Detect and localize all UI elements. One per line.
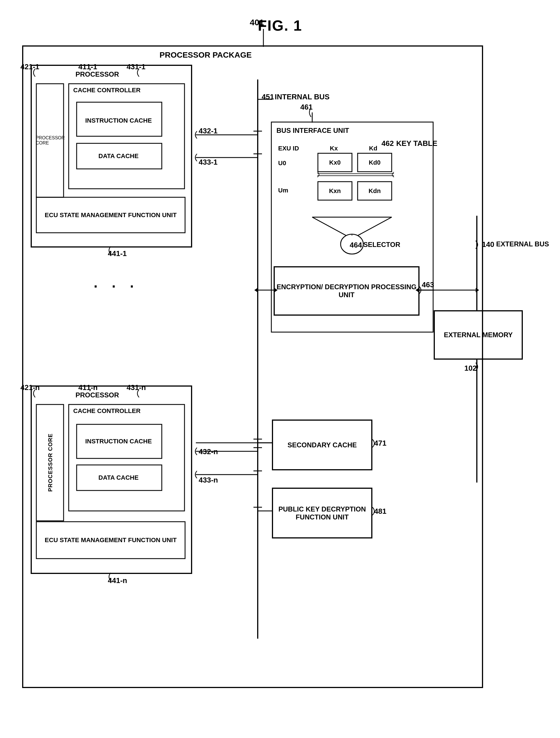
ref-140: 140 xyxy=(482,240,494,249)
key-kxn-cell: Kxn xyxy=(318,181,352,200)
ref-471: 471 xyxy=(374,439,386,448)
bus-interface-unit-label: BUS INTERFACE UNIT xyxy=(276,126,349,134)
key-kdn-cell: Kdn xyxy=(358,181,392,200)
ref-411-1: 411-1 xyxy=(78,62,97,71)
ref-421-1: 421-1 xyxy=(20,62,39,71)
ecu-state-n-label: ECU STATE MANAGEMENT FUNCTION UNIT xyxy=(37,522,184,559)
key-exuid-header: EXU ID xyxy=(278,145,299,152)
ref-401: 401 xyxy=(250,18,264,27)
ecu-state-1-label: ECU STATE MANAGEMENT FUNCTION UNIT xyxy=(37,197,184,233)
ref-433-n: 433-n xyxy=(199,476,218,484)
cache-controller-n-label: CACHE CONTROLLER xyxy=(73,407,140,415)
key-kx0-cell: Kx0 xyxy=(318,153,352,172)
svg-marker-27 xyxy=(476,288,479,292)
label-internal-bus: INTERNAL BUS xyxy=(275,92,330,101)
key-kd-header: Kd xyxy=(369,145,377,152)
page-title: FIG. 1 xyxy=(0,0,560,45)
secondary-cache-label: SECONDARY CACHE xyxy=(272,420,372,470)
ref-451: 451 xyxy=(262,92,274,101)
svg-marker-19 xyxy=(312,217,392,236)
key-kx-header: Kx xyxy=(330,145,338,152)
dots: · · · xyxy=(94,278,139,295)
ref-433-1: 433-1 xyxy=(199,158,218,166)
data-cache-1-label: DATA CACHE xyxy=(79,143,157,169)
key-um-label: Um xyxy=(278,187,288,194)
ref-463: 463 xyxy=(422,281,434,289)
ref-431-n: 431-n xyxy=(127,383,146,392)
svg-marker-24 xyxy=(254,288,258,292)
ref-441-n: 441-n xyxy=(108,576,127,585)
ref-421-n: 421-n xyxy=(20,383,40,392)
pubkey-label: PUBLIC KEY DECRYPTION FUNCTION UNIT xyxy=(272,488,372,538)
label-selector: SELECTOR xyxy=(363,241,400,249)
processor-unit-1-label: PROCESSOR xyxy=(73,70,121,78)
instruction-cache-1-label: INSTRUCTION CACHE xyxy=(79,105,157,136)
ref-432-1: 432-1 xyxy=(199,126,218,135)
processor-core-n-label: PROCESSOR CORE xyxy=(47,433,54,492)
ref-411-n: 411-n xyxy=(78,383,98,392)
key-kd0-cell: Kd0 xyxy=(358,153,392,172)
external-memory-label: EXTERNAL MEMORY xyxy=(434,311,522,359)
ref-441-1: 441-1 xyxy=(108,249,127,258)
instruction-cache-n-label: INSTRUCTION CACHE xyxy=(79,424,157,458)
processor-unit-n-label: PROCESSOR xyxy=(73,391,121,399)
key-u0-label: U0 xyxy=(278,159,286,167)
processor-core-n-container: PROCESSOR CORE xyxy=(37,404,64,521)
ref-432-n: 432-n xyxy=(199,447,218,456)
diagram-area: FIG. 1 xyxy=(0,0,560,695)
svg-rect-44 xyxy=(69,84,184,189)
cache-controller-1-label: CACHE CONTROLLER xyxy=(73,86,140,94)
processor-package-label: PROCESSOR PACKAGE xyxy=(156,50,255,60)
ref-431-1: 431-1 xyxy=(127,62,146,71)
label-key-table: KEY TABLE xyxy=(396,139,437,148)
ref-102: 102 xyxy=(464,364,477,373)
data-cache-n-label: DATA CACHE xyxy=(79,465,157,490)
ref-481: 481 xyxy=(374,507,386,516)
ref-461: 461 xyxy=(300,103,313,111)
enc-dec-label: ENCRYPTION/ DECRYPTION PROCESSING UNIT xyxy=(274,267,419,315)
processor-core-1-label: PROCESSOR CORE xyxy=(37,84,64,197)
ref-462: 462 xyxy=(382,139,394,148)
ref-464: 464 xyxy=(350,241,362,250)
label-external-bus: EXTERNAL BUS xyxy=(496,240,549,248)
